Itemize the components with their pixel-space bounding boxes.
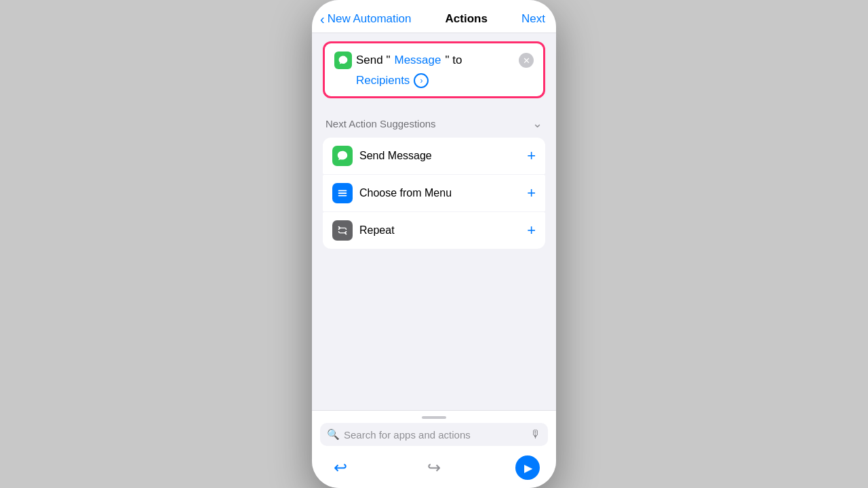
send-text: Send " [356,54,390,67]
search-bar[interactable]: 🔍 Search for apps and actions 🎙 [320,423,548,446]
play-icon: ▶ [524,462,532,474]
add-send-message-button[interactable]: + [527,148,536,163]
suggestion-repeat[interactable]: Repeat + [323,212,545,249]
suggestion-left: Repeat [332,220,395,241]
bottom-panel: 🔍 Search for apps and actions 🎙 ↩ ↪ ▶ [312,410,556,488]
recipients-line: Recipients › [356,73,519,88]
action-card[interactable]: Send " Message " to Recipients › ✕ [323,41,545,98]
main-content: Send " Message " to Recipients › ✕ Next … [312,33,556,410]
recipients-text[interactable]: Recipients [356,74,410,87]
undo-icon: ↩ [334,458,347,477]
suggestion-choose-menu-label: Choose from Menu [359,187,452,199]
svg-rect-0 [338,190,347,192]
page-title: Actions [446,12,488,26]
nav-header: ‹ New Automation Actions Next [312,5,556,33]
next-button[interactable]: Next [521,12,545,26]
recipients-chevron-icon[interactable]: › [414,73,429,88]
message-link[interactable]: Message [394,54,441,67]
suggestions-collapse-icon[interactable]: ⌄ [532,116,542,131]
action-card-content: Send " Message " to Recipients › [334,52,519,88]
drag-indicator [312,411,556,423]
redo-button[interactable]: ↪ [422,455,446,480]
undo-button[interactable]: ↩ [328,455,353,480]
suggestions-header: Next Action Suggestions ⌄ [323,112,545,138]
redo-icon: ↪ [427,458,441,477]
add-repeat-button[interactable]: + [527,223,536,238]
toolbar: ↩ ↪ ▶ [312,453,556,483]
svg-rect-2 [338,195,347,197]
search-placeholder-text: Search for apps and actions [344,429,526,441]
suggestion-repeat-label: Repeat [359,224,395,237]
suggestion-left: Send Message [332,146,432,166]
phone-frame: ‹ New Automation Actions Next Send " [312,0,556,488]
suggestion-left: Choose from Menu [332,183,452,203]
add-choose-menu-button[interactable]: + [527,186,536,201]
suggestion-choose-menu[interactable]: Choose from Menu + [323,175,545,211]
back-button[interactable]: ‹ New Automation [320,12,411,26]
suggestion-send-message[interactable]: Send Message + [323,138,545,174]
send-message-icon [332,146,353,166]
back-label: New Automation [328,12,412,26]
drag-bar [422,416,446,419]
top-bar [312,0,556,5]
repeat-icon [332,220,353,241]
closing-quote-text: " to [445,54,462,67]
suggestions-title: Next Action Suggestions [326,118,436,129]
send-line: Send " Message " to [334,52,519,69]
close-action-button[interactable]: ✕ [519,53,534,68]
messages-app-icon [334,52,352,69]
run-button[interactable]: ▶ [515,455,540,480]
svg-rect-1 [338,192,347,194]
suggestion-send-message-label: Send Message [359,150,432,162]
microphone-icon[interactable]: 🎙 [530,428,541,441]
search-icon: 🔍 [327,428,340,441]
choose-menu-icon [332,183,353,203]
action-card-inner: Send " Message " to Recipients › ✕ [334,52,534,88]
back-chevron-icon: ‹ [320,12,325,26]
